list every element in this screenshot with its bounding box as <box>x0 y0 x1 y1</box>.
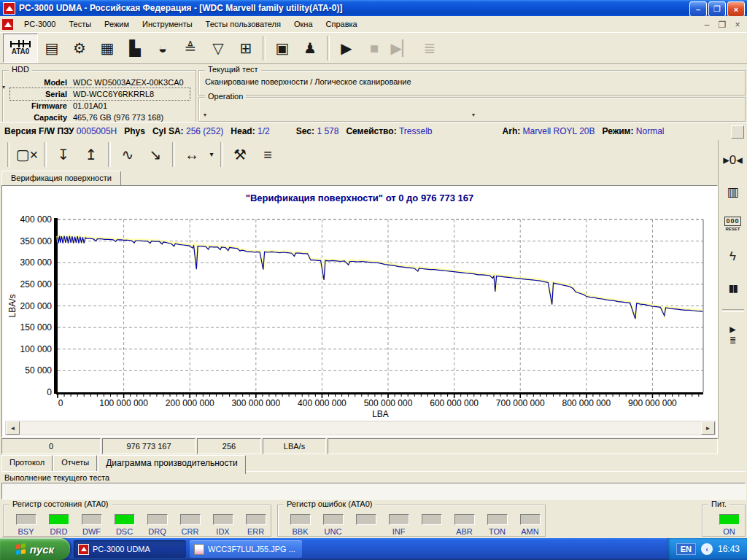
hdd-row-serial[interactable]: SerialWD-WCC6Y6RKRRL8 <box>10 88 190 100</box>
taskbar-task-1[interactable]: PC-3000 UDMA <box>74 540 186 558</box>
status-led-DRQ: DRQ <box>141 514 174 536</box>
status-led-indicator <box>246 514 266 525</box>
chart-title: "Верификация поверхности" от 0 до 976 77… <box>2 192 717 203</box>
restore-button[interactable]: ❐ <box>708 1 726 17</box>
pc3000-logo-icon <box>78 544 89 555</box>
svg-text:LBA: LBA <box>372 409 389 419</box>
chip-icon[interactable]: ▦ <box>93 34 121 62</box>
menu-item-4[interactable]: Инструменты <box>136 18 199 31</box>
save-result-icon[interactable]: ↧ <box>50 141 77 168</box>
mdi-minimize-button[interactable]: – <box>700 18 713 31</box>
range-select-icon[interactable]: ↔ <box>178 141 206 168</box>
image-file-icon <box>194 544 204 555</box>
tools-icon[interactable]: ⚒ <box>226 141 254 168</box>
status-segment-7: Режим: Normal <box>602 126 664 136</box>
window-titlebar[interactable]: PC-3000 UDMA - Российская Федерация - [W… <box>0 0 747 16</box>
menu-item-5[interactable]: Тесты пользователя <box>199 18 287 31</box>
error-led-indicator <box>454 514 475 525</box>
counter-reset-icon[interactable]: 000RESET <box>719 210 747 238</box>
menu-item-6[interactable]: Окна <box>287 18 320 31</box>
status-led-indicator <box>213 514 233 525</box>
error-led-blank-2 <box>349 514 382 536</box>
error-register-label: Регистр ошибок (ATA0) <box>284 499 375 508</box>
power-probe-icon[interactable]: ϟ <box>719 242 747 270</box>
operation-dropdown-arrow2-icon[interactable]: ▾ <box>472 112 475 118</box>
ata-port-button[interactable]: ATA0 <box>3 34 38 63</box>
menu-item-3[interactable]: Режим <box>98 18 136 31</box>
gear-save-icon[interactable]: ⚙ <box>66 34 93 62</box>
funnel-icon[interactable]: ▽ <box>204 34 232 62</box>
status-led-label: DWF <box>82 527 101 536</box>
start-sequence-icon[interactable]: ▸≣ <box>719 319 747 347</box>
script-info-icon[interactable]: ▤ <box>38 34 66 62</box>
hdd-dropdown-arrow-icon[interactable]: ▾ <box>2 84 5 90</box>
info-cell-4: LBA/s <box>263 438 326 454</box>
status-led-ERR: ERR <box>239 514 272 536</box>
error-led-indicator <box>487 514 508 525</box>
error-led-indicator <box>389 514 409 525</box>
user-exit-icon[interactable]: ♟ <box>296 34 324 62</box>
decline-graph-icon[interactable]: ↘ <box>142 141 169 168</box>
drive-status-line: Версия F/W ПЗУ 0005005HPhysCyl SA: 256 (… <box>0 122 747 140</box>
run-status-label: Выполнение текущего теста <box>4 473 109 482</box>
chart-disk-icon[interactable]: ▙ <box>121 34 149 62</box>
main-toolbar: ATA0 ▤⚙▦▙◒≜▽⊞▣♟▶■▶▏≣ <box>0 33 747 64</box>
scroll-left-icon[interactable]: ◄ <box>6 421 20 435</box>
menu-item-1[interactable]: PC-3000 <box>18 18 62 31</box>
hdd-row-label: Serial <box>10 90 73 98</box>
status-grip <box>731 125 744 139</box>
compass-tools-icon[interactable]: ≜ <box>177 34 204 62</box>
toolbar-separator <box>108 142 111 167</box>
hdd-row-value: 01.01A01 <box>73 101 107 110</box>
status-led-IDX: IDX <box>206 514 239 536</box>
pause-icon[interactable]: ▮▮ <box>719 274 747 302</box>
wave-graph-icon[interactable]: ∿ <box>114 141 142 168</box>
hdd-row-firmware[interactable]: Firmware01.01A01 <box>10 100 190 112</box>
grid-sectors-icon[interactable]: ⊞ <box>232 34 260 62</box>
svg-text:800 000 000: 800 000 000 <box>562 398 611 408</box>
test-queue-icon: ≣ <box>416 34 444 62</box>
hdd-row-label: Capacity <box>10 113 73 122</box>
error-led-indicator <box>422 514 442 525</box>
hdd-panel: HDD ▾ ModelWDC WD5003AZEX-00K3CA0SerialW… <box>2 70 196 122</box>
status-led-indicator <box>16 514 36 525</box>
mdi-close-button[interactable]: × <box>731 18 744 31</box>
language-indicator[interactable]: EN <box>676 543 696 555</box>
taskbar-task-2[interactable]: WCC3F7LULJ55.JPG ... <box>190 540 302 558</box>
zero-position-icon[interactable]: ▸0◂ <box>719 146 747 174</box>
menu-item-2[interactable]: Тесты <box>62 18 98 31</box>
error-led-indicator <box>323 514 344 525</box>
copy-reports-icon[interactable]: ▣ <box>268 34 296 62</box>
current-test-panel: Текущий тест Сканирование поверхности / … <box>198 70 746 96</box>
operation-dropdown-arrow-icon[interactable]: ▾ <box>204 112 206 118</box>
close-button[interactable]: × <box>727 1 745 17</box>
hide-icons-icon[interactable]: ‹ <box>701 543 713 555</box>
status-segment-1: Phys <box>124 126 145 136</box>
start-button[interactable]: пуск <box>0 538 70 560</box>
error-led-indicator <box>520 514 541 525</box>
svg-text:50 000: 50 000 <box>25 365 52 376</box>
bottom-tab-2[interactable]: Отчеты <box>53 455 97 471</box>
error-led-indicator <box>290 514 311 525</box>
load-result-icon[interactable]: ↥ <box>77 141 105 168</box>
operation-panel: Operation ▾ ▾ <box>198 97 746 122</box>
minimize-button[interactable]: – <box>689 1 707 17</box>
hdd-row-model[interactable]: ModelWDC WD5003AZEX-00K3CA0 <box>10 77 190 88</box>
range-dropdown-icon[interactable]: ▾ <box>206 141 217 168</box>
params-list-icon[interactable]: ≡ <box>254 141 282 168</box>
svg-text:900 000 000: 900 000 000 <box>628 398 677 408</box>
bottom-tab-3[interactable]: Диаграмма производительности <box>98 455 246 474</box>
clear-task-icon[interactable]: ▢× <box>13 141 41 168</box>
chart-info-row: 0976 773 167256LBA/s <box>1 438 718 454</box>
pci-card-icon[interactable]: ▥ <box>719 178 747 206</box>
menu-item-7[interactable]: Справка <box>320 18 364 31</box>
tab-surface-verification[interactable]: Верификация поверхности <box>1 171 121 185</box>
power-led-label: ON <box>723 527 735 536</box>
chart-hscrollbar[interactable]: ◄ ► <box>5 421 716 435</box>
mdi-restore-button[interactable]: ❐ <box>716 18 729 31</box>
run-test-icon[interactable]: ▶ <box>333 34 360 62</box>
database-icon[interactable]: ◒ <box>149 34 177 62</box>
clock: 16:43 <box>718 544 740 554</box>
scroll-right-icon[interactable]: ► <box>701 421 715 435</box>
bottom-tab-1[interactable]: Протокол <box>1 455 53 471</box>
